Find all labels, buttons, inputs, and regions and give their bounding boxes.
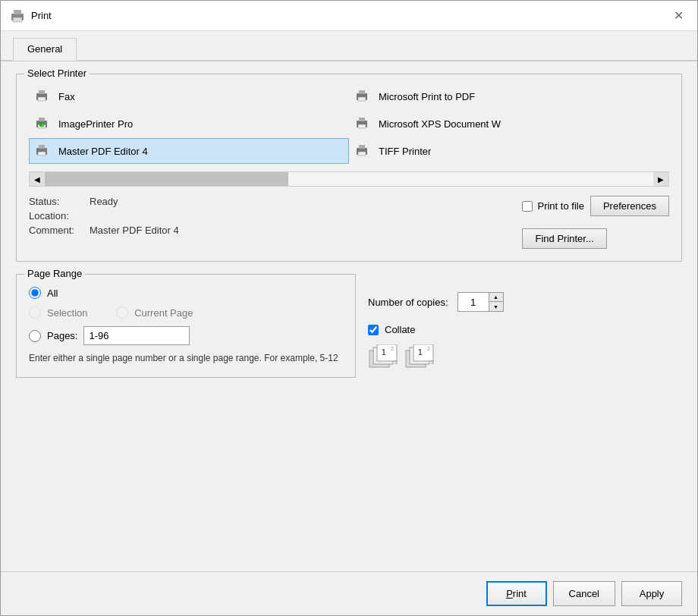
svg-text:3: 3 <box>395 360 398 365</box>
scroll-track <box>45 172 653 186</box>
svg-text:2: 2 <box>427 346 430 351</box>
find-printer-button[interactable]: Find Printer... <box>522 228 606 249</box>
spin-buttons: ▲ ▼ <box>489 293 503 311</box>
spin-up-button[interactable]: ▲ <box>489 293 503 302</box>
cancel-button[interactable]: Cancel <box>553 581 615 606</box>
print-to-file-wrapper: Print to file <box>522 200 583 212</box>
printer-name-tiff: TIFF Printer <box>379 146 431 157</box>
printer-icon-imageprinter: ✓ <box>36 115 52 132</box>
print-dialog: Print ✕ General Select Printer <box>0 0 698 616</box>
printer-icon-ms-pdf <box>356 88 373 105</box>
svg-text:2: 2 <box>391 346 394 351</box>
radio-current <box>116 306 128 319</box>
radio-all[interactable] <box>29 287 41 299</box>
dialog-body: General Select Printer Fax <box>1 31 697 571</box>
select-printer-label: Select Printer <box>24 68 90 79</box>
content-area: Select Printer Fax <box>1 61 697 571</box>
collate-icon-2: 1 2 3 <box>404 344 435 372</box>
printer-item-tiff[interactable]: TIFF Printer <box>349 138 669 164</box>
svg-text:1: 1 <box>418 348 423 357</box>
printer-list: Fax Microsoft Print to PDF <box>29 83 669 164</box>
printer-name-fax: Fax <box>58 91 75 102</box>
scroll-right-button[interactable]: ▶ <box>653 172 668 186</box>
bottom-panels: Page Range All Selection Current Page <box>16 274 682 378</box>
svg-text:✓: ✓ <box>41 123 44 127</box>
radio-group: All Selection Current Page Pages: <box>29 287 343 345</box>
svg-rect-17 <box>358 124 366 128</box>
preferences-button[interactable]: Preferences <box>590 196 669 216</box>
page-range-hint: Enter either a single page number or a s… <box>29 351 343 365</box>
collate-label[interactable]: Collate <box>385 324 415 335</box>
select-printer-group: Select Printer Fax <box>16 74 682 262</box>
copies-row: Number of copies: ▲ ▼ <box>368 292 682 312</box>
status-line: Status: Ready <box>29 196 522 207</box>
print-to-file-label[interactable]: Print to file <box>537 200 583 212</box>
printer-info-row: Status: Ready Location: Comment: Master … <box>29 196 669 249</box>
printer-name-ms-xps: Microsoft XPS Document W <box>379 118 501 130</box>
status-label: Status: <box>29 196 90 207</box>
collate-icon-1: 1 2 3 <box>368 344 398 372</box>
radio-all-row: All <box>29 287 343 299</box>
dialog-footer: Print Cancel Apply <box>1 571 697 615</box>
printer-icon <box>10 8 25 24</box>
svg-rect-9 <box>358 97 366 101</box>
comment-line: Comment: Master PDF Editor 4 <box>29 225 522 236</box>
tab-general[interactable]: General <box>13 38 77 61</box>
printer-list-scrollbar[interactable]: ◀ ▶ <box>29 171 669 187</box>
printer-info-right: Print to file Preferences Find Printer..… <box>522 196 669 249</box>
print-to-file-checkbox[interactable] <box>522 201 533 212</box>
printer-icon-tiff <box>356 143 373 159</box>
printer-item-imageprinter[interactable]: ✓ ImagePrinter Pro <box>29 111 349 137</box>
radio-selection-label: Selection <box>47 307 87 319</box>
svg-point-3 <box>20 14 21 16</box>
svg-rect-20 <box>38 152 46 156</box>
printer-info-left: Status: Ready Location: Comment: Master … <box>29 196 522 239</box>
svg-rect-1 <box>14 10 21 14</box>
svg-rect-6 <box>38 97 46 101</box>
collate-icons: 1 2 3 1 2 3 <box>368 344 682 372</box>
collate-checkbox[interactable] <box>368 325 379 335</box>
title-bar: Print ✕ <box>1 1 697 31</box>
radio-pages-label[interactable]: Pages: <box>47 330 77 341</box>
radio-all-label[interactable]: All <box>47 288 58 299</box>
page-range-group: Page Range All Selection Current Page <box>16 274 356 378</box>
print-button[interactable]: Print <box>486 581 547 606</box>
title-left: Print <box>10 8 52 24</box>
copies-spinner: ▲ ▼ <box>457 292 504 312</box>
pages-input[interactable] <box>83 326 190 345</box>
copies-input[interactable] <box>458 293 489 311</box>
svg-rect-32 <box>413 344 433 361</box>
location-label: Location: <box>29 210 90 222</box>
svg-rect-23 <box>358 152 366 156</box>
close-button[interactable]: ✕ <box>669 8 688 24</box>
svg-rect-22 <box>359 145 365 149</box>
printer-item-master-pdf[interactable]: Master PDF Editor 4 <box>29 138 349 164</box>
svg-rect-19 <box>39 145 45 149</box>
location-line: Location: <box>29 210 522 222</box>
spin-down-button[interactable]: ▼ <box>489 302 503 311</box>
printer-item-fax[interactable]: Fax <box>29 83 349 109</box>
printer-icon-ms-xps <box>356 115 373 132</box>
printer-item-ms-xps[interactable]: Microsoft XPS Document W <box>349 111 669 137</box>
scroll-thumb <box>45 172 288 186</box>
printer-name-ms-pdf: Microsoft Print to PDF <box>379 91 475 102</box>
radio-selection <box>29 306 41 319</box>
status-value: Ready <box>90 196 118 207</box>
radio-pages[interactable] <box>29 330 41 342</box>
apply-button[interactable]: Apply <box>621 581 682 606</box>
comment-label: Comment: <box>29 225 90 236</box>
scroll-left-button[interactable]: ◀ <box>30 172 45 186</box>
svg-rect-5 <box>39 90 45 94</box>
svg-text:3: 3 <box>431 360 434 365</box>
printer-item-ms-pdf[interactable]: Microsoft Print to PDF <box>349 83 669 109</box>
radio-selection-row: Selection Current Page <box>29 306 343 319</box>
svg-text:1: 1 <box>382 348 386 357</box>
right-panel: Number of copies: ▲ ▼ Collate <box>368 274 682 378</box>
svg-rect-16 <box>359 118 365 121</box>
collate-row: Collate <box>368 324 682 335</box>
dialog-title: Print <box>31 10 52 21</box>
radio-current-label: Current Page <box>134 307 193 319</box>
svg-rect-2 <box>13 17 22 22</box>
comment-value: Master PDF Editor 4 <box>90 225 179 236</box>
tabs-bar: General <box>1 31 697 61</box>
